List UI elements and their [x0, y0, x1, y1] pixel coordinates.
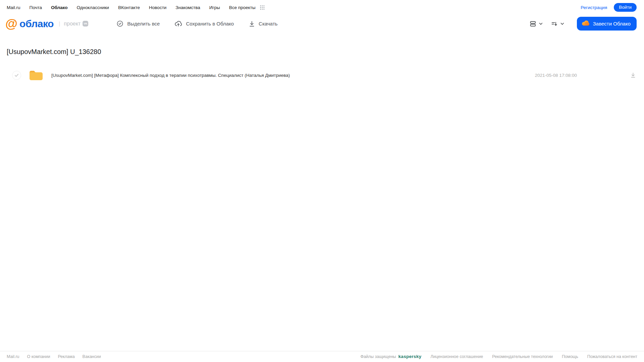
cloud-header: @ облако | проект VK Выделить все Сохран…: [0, 13, 644, 36]
topnav-item-igry[interactable]: Игры: [209, 5, 220, 10]
sort-dropdown[interactable]: [551, 20, 564, 28]
topnav-item-mailru[interactable]: Mail.ru: [7, 5, 20, 10]
view-mode-dropdown[interactable]: [529, 20, 543, 28]
login-button[interactable]: Войти: [614, 3, 637, 12]
footer-link-license[interactable]: Лицензионное соглашение: [431, 354, 483, 359]
topnav-item-vkontakte[interactable]: ВКонтакте: [118, 5, 140, 10]
row-download-icon[interactable]: [630, 72, 636, 78]
folder-icon: [29, 69, 43, 81]
vk-project-label: проект VK: [64, 21, 88, 27]
footer-link-report[interactable]: Пожаловаться на контент: [587, 354, 637, 359]
vk-badge-icon: VK: [83, 21, 88, 27]
topnav-item-oblako[interactable]: Облако: [51, 5, 67, 10]
check-icon: [14, 73, 19, 77]
file-toolbar: Выделить все Сохранить в Облако Скачать: [116, 20, 278, 27]
footer-link-mailru[interactable]: Mail.ru: [7, 354, 19, 359]
kaspersky-logo[interactable]: kaspersky: [398, 354, 422, 359]
cloud-color-icon: [582, 20, 590, 27]
topnav-item-novosti[interactable]: Новости: [149, 5, 166, 10]
header-right-controls: Завести Облако: [529, 17, 637, 31]
download-label: Скачать: [259, 21, 278, 27]
footer-link-jobs[interactable]: Вакансии: [83, 354, 101, 359]
select-all-label: Выделить все: [127, 21, 160, 27]
footer-link-ads[interactable]: Реклама: [58, 354, 75, 359]
topnav-item-pochta[interactable]: Почта: [30, 5, 42, 10]
topnav-item-znakomstva[interactable]: Знакомства: [176, 5, 200, 10]
page-footer: Mail.ru О компании Реклама Вакансии Файл…: [0, 351, 644, 362]
logo-divider: |: [59, 20, 60, 27]
chevron-down-icon: [539, 22, 543, 25]
sort-icon: [551, 20, 558, 28]
cloud-upload-icon: [175, 20, 182, 27]
footer-left-links: Mail.ru О компании Реклама Вакансии: [7, 354, 101, 359]
create-cloud-label: Завести Облако: [593, 21, 631, 27]
create-cloud-button[interactable]: Завести Облако: [577, 17, 637, 31]
footer-link-recommendations[interactable]: Рекомендательные технологии: [492, 354, 553, 359]
topnav-item-all-projects[interactable]: Все проекты: [229, 5, 255, 10]
download-button[interactable]: Скачать: [249, 20, 278, 27]
cloud-logo-text: облако: [19, 19, 54, 29]
portal-topnav: Mail.ru Почта Облако Одноклассники ВКонт…: [0, 0, 644, 13]
mailru-at-icon: @: [5, 17, 17, 30]
file-row[interactable]: [UsupovMarket.com] [Метафора] Комплексны…: [0, 66, 644, 84]
footer-link-about[interactable]: О компании: [27, 354, 50, 359]
file-list: [UsupovMarket.com] [Метафора] Комплексны…: [0, 66, 644, 84]
footer-link-help[interactable]: Помощь: [562, 354, 578, 359]
save-to-cloud-label: Сохранить в Облако: [186, 21, 234, 27]
select-all-button[interactable]: Выделить все: [116, 20, 160, 27]
footer-right-links: Файлы защищены kaspersky Лицензионное со…: [360, 354, 637, 359]
check-circle-icon: [116, 20, 123, 27]
cloud-logo[interactable]: @ облако: [5, 17, 54, 30]
topnav-item-odnoklassniki[interactable]: Одноклассники: [77, 5, 109, 10]
file-name[interactable]: [UsupovMarket.com] [Метафора] Комплексны…: [51, 73, 290, 78]
file-date: 2021-05-08 17:08:00: [535, 73, 577, 78]
chevron-down-icon: [560, 22, 564, 25]
apps-grid-icon[interactable]: [260, 5, 265, 10]
registration-link[interactable]: Регистрация: [581, 5, 607, 10]
topnav-auth: Регистрация Войти: [581, 3, 637, 12]
project-text: проект: [64, 21, 81, 27]
download-icon: [249, 20, 255, 27]
page-title: [UsupovMarket.com] U_136280: [7, 48, 644, 56]
save-to-cloud-button[interactable]: Сохранить в Облако: [175, 20, 234, 27]
main-content: [UsupovMarket.com] U_136280 [UsupovMarke…: [0, 36, 644, 84]
kaspersky-protection: Файлы защищены kaspersky: [360, 354, 422, 359]
row-checkbox[interactable]: [12, 71, 21, 80]
protected-label: Файлы защищены: [360, 354, 396, 359]
list-view-icon: [529, 20, 537, 28]
